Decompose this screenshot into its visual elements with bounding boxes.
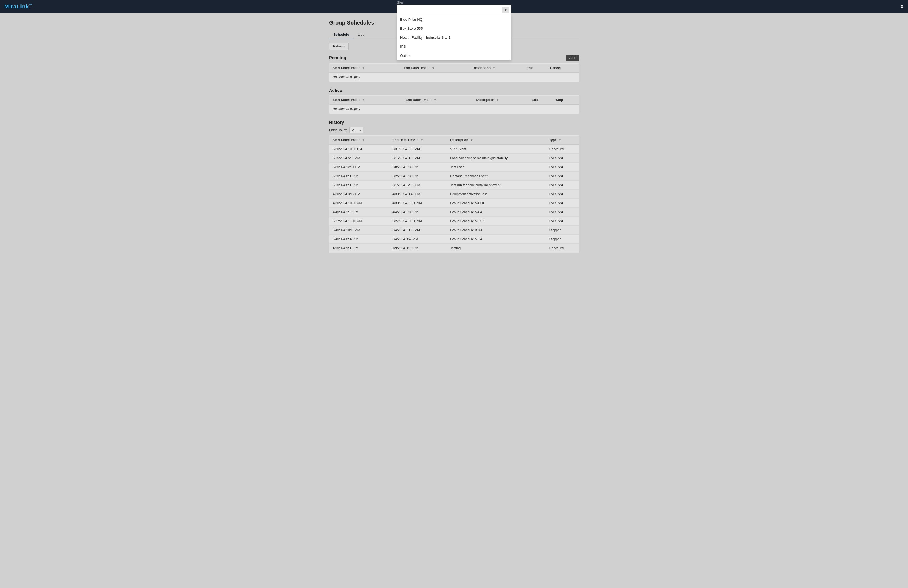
app-logo: MiraLink™ bbox=[4, 3, 32, 10]
dropdown-overlay[interactable] bbox=[0, 0, 908, 588]
logo-suffix: ™ bbox=[29, 3, 32, 7]
logo-text: MiraLink bbox=[4, 3, 29, 10]
hamburger-menu-button[interactable]: ≡ bbox=[900, 3, 904, 10]
sites-options-list: Blue Pillar HQ Box Store 555 Health Faci… bbox=[397, 15, 511, 60]
sites-input-wrapper: ▼ bbox=[397, 5, 511, 15]
sites-label: Sites bbox=[397, 1, 511, 4]
sites-dropdown-container: Sites ▼ Blue Pillar HQ Box Store 555 Hea… bbox=[397, 1, 511, 60]
sites-search-input[interactable] bbox=[397, 5, 511, 15]
sites-option-blue-pillar[interactable]: Blue Pillar HQ bbox=[397, 15, 511, 24]
sites-option-outlier[interactable]: Outlier bbox=[397, 51, 511, 60]
sites-chevron-icon[interactable]: ▼ bbox=[502, 6, 509, 13]
sites-option-ips[interactable]: IPS bbox=[397, 42, 511, 51]
sites-option-health-facility[interactable]: Health Facility—Industrial Site 1 bbox=[397, 33, 511, 42]
sites-option-box-store[interactable]: Box Store 555 bbox=[397, 24, 511, 33]
